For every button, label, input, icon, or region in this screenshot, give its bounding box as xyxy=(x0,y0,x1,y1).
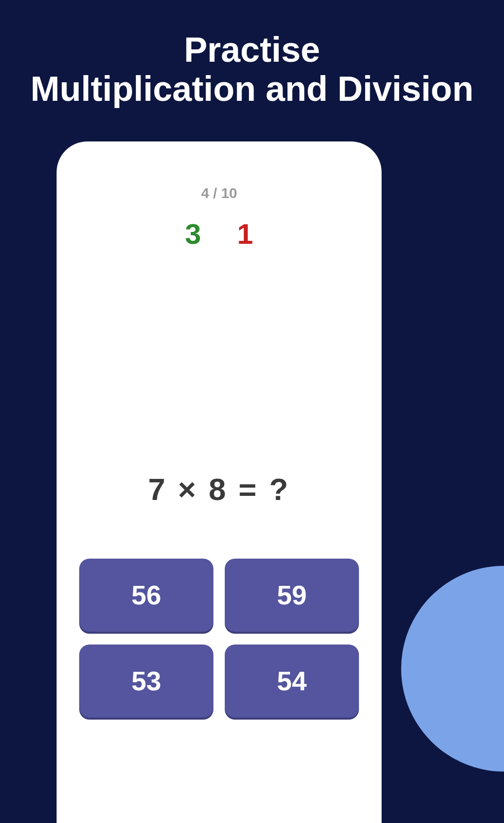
answer-button-1[interactable]: 56 xyxy=(79,559,213,632)
question-text: 7 × 8 = ? xyxy=(77,472,361,507)
page-title: Practise Multiplication and Division xyxy=(0,0,504,108)
score-correct: 3 xyxy=(185,217,201,251)
score-row: 3 1 xyxy=(77,217,361,251)
answers-grid: 56 59 53 54 xyxy=(77,559,361,718)
answer-button-2[interactable]: 59 xyxy=(225,559,359,632)
title-line-2: Multiplication and Division xyxy=(30,69,473,108)
progress-counter: 4 / 10 xyxy=(77,185,361,202)
title-line-1: Practise xyxy=(184,30,320,69)
score-incorrect: 1 xyxy=(237,217,253,251)
answer-button-3[interactable]: 53 xyxy=(79,645,213,718)
decorative-circle xyxy=(401,566,504,772)
answer-button-4[interactable]: 54 xyxy=(225,645,359,718)
phone-frame: 4 / 10 3 1 7 × 8 = ? 56 59 53 54 xyxy=(57,141,382,823)
